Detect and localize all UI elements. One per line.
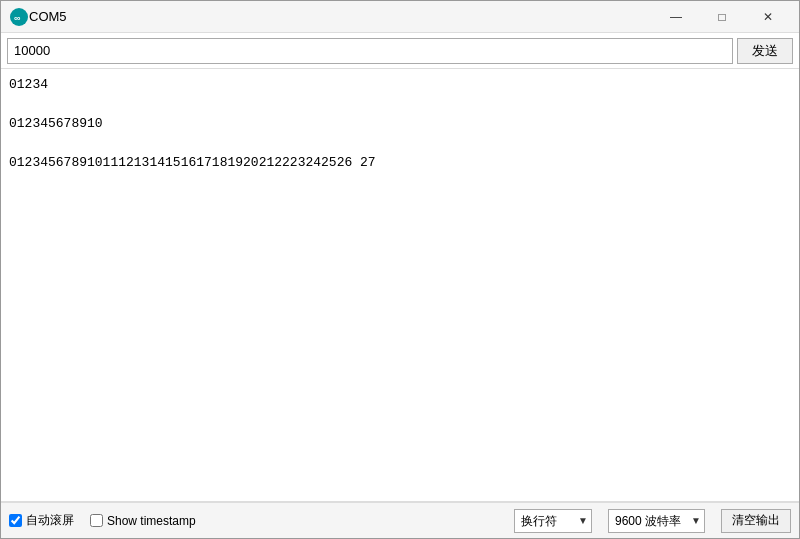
newline-dropdown[interactable]: 换行符 没有行尾 换行 回车 <box>514 509 592 533</box>
baud-dropdown-wrapper: 300 1200 2400 4800 9600 波特率 19200 38400 … <box>608 509 705 533</box>
timestamp-checkbox[interactable] <box>90 514 103 527</box>
autoscroll-checkbox-label[interactable]: 自动滚屏 <box>9 512 74 529</box>
send-label: 发送 <box>752 43 778 58</box>
serial-output[interactable]: 01234 012345678910 012345678910111213141… <box>1 69 799 502</box>
title-bar: ∞ COM5 — □ ✕ <box>1 1 799 33</box>
send-button[interactable]: 发送 <box>737 38 793 64</box>
maximize-icon: □ <box>718 10 725 24</box>
window-controls: — □ ✕ <box>653 1 791 33</box>
toolbar: 发送 <box>1 33 799 69</box>
timestamp-label: Show timestamp <box>107 514 196 528</box>
close-icon: ✕ <box>763 10 773 24</box>
baud-dropdown[interactable]: 300 1200 2400 4800 9600 波特率 19200 38400 … <box>608 509 705 533</box>
window-title: COM5 <box>29 9 653 24</box>
timestamp-checkbox-label[interactable]: Show timestamp <box>90 514 196 528</box>
clear-label: 清空输出 <box>732 513 780 527</box>
serial-monitor-window: ∞ COM5 — □ ✕ 发送 01234 012345678910 01234… <box>0 0 800 539</box>
output-line: 0123456789101112131415161718192021222324… <box>9 153 791 173</box>
autoscroll-label: 自动滚屏 <box>26 512 74 529</box>
arduino-icon: ∞ <box>9 7 29 27</box>
output-line: 012345678910 <box>9 114 791 134</box>
clear-button[interactable]: 清空输出 <box>721 509 791 533</box>
svg-text:∞: ∞ <box>14 13 21 23</box>
minimize-button[interactable]: — <box>653 1 699 33</box>
minimize-icon: — <box>670 10 682 24</box>
close-button[interactable]: ✕ <box>745 1 791 33</box>
message-input[interactable] <box>7 38 733 64</box>
status-bar: 自动滚屏 Show timestamp 换行符 没有行尾 换行 回车 ▼ 300… <box>1 502 799 538</box>
newline-dropdown-wrapper: 换行符 没有行尾 换行 回车 ▼ <box>514 509 592 533</box>
output-line: 01234 <box>9 75 791 95</box>
maximize-button[interactable]: □ <box>699 1 745 33</box>
autoscroll-checkbox[interactable] <box>9 514 22 527</box>
